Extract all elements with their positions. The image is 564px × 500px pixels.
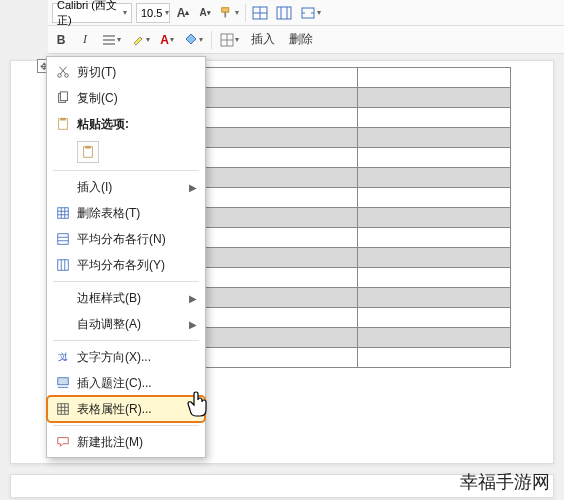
merge-cells-button[interactable] [250, 3, 270, 23]
menu-label: 插入(I) [73, 179, 189, 196]
text-direction-icon: 文 [53, 350, 73, 364]
font-size-value: 10.5 [141, 7, 162, 19]
chevron-down-icon: ▾ [123, 8, 127, 17]
menu-label: 剪切(T) [73, 64, 197, 81]
menu-label: 文字方向(X)... [73, 349, 197, 366]
distribute-rows-icon [53, 232, 73, 246]
paste-icon [53, 117, 73, 131]
svg-rect-5 [277, 7, 291, 19]
separator [245, 4, 246, 22]
paste-keep-source-icon [77, 141, 99, 163]
menu-border-style[interactable]: 边框样式(B) ▶ [47, 285, 205, 311]
font-name-select[interactable]: Calibri (西文正) ▾ [52, 3, 132, 23]
table-context-menu: 剪切(T) 复制(C) 粘贴选项: 插入(I) ▶ 删除表格(T) 平均分布各行… [46, 56, 206, 458]
separator [53, 281, 199, 282]
distribute-cols-icon [53, 258, 73, 272]
menu-paste-option[interactable] [47, 137, 205, 167]
menu-cut[interactable]: 剪切(T) [47, 59, 205, 85]
ribbon-toolbar-row1: Calibri (西文正) ▾ 10.5 ▾ A▴ A▾ ▾ ▾ [48, 0, 564, 26]
menu-label: 插入题注(C)... [73, 375, 197, 392]
chevron-down-icon: ▾ [165, 8, 169, 17]
separator [53, 340, 199, 341]
svg-rect-23 [58, 208, 69, 219]
svg-rect-20 [60, 118, 65, 121]
separator [53, 170, 199, 171]
align-button[interactable]: ▾ [100, 30, 123, 50]
format-painter-button[interactable]: ▾ [218, 3, 241, 23]
chevron-down-icon: ▾ [146, 35, 150, 44]
svg-rect-28 [58, 234, 69, 245]
increase-font-button[interactable]: A▴ [174, 3, 192, 23]
menu-text-direction[interactable]: 文 文字方向(X)... [47, 344, 205, 370]
separator [53, 425, 199, 426]
menu-table-properties[interactable]: 表格属性(R)... [47, 396, 205, 422]
chevron-right-icon: ▶ [189, 182, 197, 193]
svg-point-15 [58, 74, 62, 78]
delete-label[interactable]: 删除 [285, 31, 317, 48]
menu-label: 新建批注(M) [73, 434, 197, 451]
italic-button[interactable]: I [76, 30, 94, 50]
svg-point-16 [65, 74, 69, 78]
chevron-down-icon: ▾ [117, 35, 121, 44]
menu-label: 删除表格(T) [73, 205, 197, 222]
split-cells-button[interactable] [274, 3, 294, 23]
menu-label: 表格属性(R)... [73, 401, 197, 418]
ribbon-toolbar-row2: B I ▾ ▾ A ▾ ▾ ▾ 插入 删除 [48, 26, 564, 54]
cut-icon [53, 65, 73, 79]
menu-delete-table[interactable]: 删除表格(T) [47, 200, 205, 226]
chevron-right-icon: ▶ [189, 319, 197, 330]
highlight-button[interactable]: ▾ [129, 30, 152, 50]
menu-new-comment[interactable]: 新建批注(M) [47, 429, 205, 455]
insert-label[interactable]: 插入 [247, 31, 279, 48]
font-name-value: Calibri (西文正) [57, 0, 120, 28]
menu-label: 边框样式(B) [73, 290, 189, 307]
menu-label: 复制(C) [73, 90, 197, 107]
separator [211, 31, 212, 49]
svg-rect-0 [222, 7, 229, 11]
menu-label: 粘贴选项: [73, 116, 197, 133]
menu-autofit[interactable]: 自动调整(A) ▶ [47, 311, 205, 337]
svg-rect-1 [224, 12, 226, 17]
watermark-text: 幸福手游网 [460, 470, 550, 494]
svg-rect-35 [58, 378, 69, 385]
font-size-select[interactable]: 10.5 ▾ [136, 3, 170, 23]
chevron-down-icon: ▾ [170, 35, 174, 44]
autofit-button[interactable]: ▾ [298, 3, 323, 23]
chevron-down-icon: ▾ [235, 8, 239, 17]
chevron-right-icon: ▶ [189, 293, 197, 304]
menu-paste-header: 粘贴选项: [47, 111, 205, 137]
menu-distribute-rows[interactable]: 平均分布各行(N) [47, 226, 205, 252]
menu-label: 自动调整(A) [73, 316, 189, 333]
delete-table-icon [53, 206, 73, 220]
menu-copy[interactable]: 复制(C) [47, 85, 205, 111]
chevron-down-icon: ▾ [317, 8, 321, 17]
font-color-button[interactable]: A ▾ [158, 30, 176, 50]
svg-rect-18 [60, 92, 67, 101]
svg-rect-22 [85, 146, 90, 149]
table-properties-icon [53, 402, 73, 416]
comment-icon [53, 435, 73, 449]
menu-insert-caption[interactable]: 插入题注(C)... [47, 370, 205, 396]
caption-icon [53, 376, 73, 390]
decrease-font-button[interactable]: A▾ [196, 3, 214, 23]
copy-icon [53, 91, 73, 105]
svg-rect-31 [58, 260, 69, 271]
menu-insert[interactable]: 插入(I) ▶ [47, 174, 205, 200]
svg-rect-37 [58, 404, 69, 415]
shading-button[interactable]: ▾ [182, 30, 205, 50]
chevron-down-icon: ▾ [199, 35, 203, 44]
borders-button[interactable]: ▾ [218, 30, 241, 50]
bold-button[interactable]: B [52, 30, 70, 50]
chevron-down-icon: ▾ [235, 35, 239, 44]
menu-distribute-cols[interactable]: 平均分布各列(Y) [47, 252, 205, 278]
menu-label: 平均分布各列(Y) [73, 257, 197, 274]
menu-label: 平均分布各行(N) [73, 231, 197, 248]
